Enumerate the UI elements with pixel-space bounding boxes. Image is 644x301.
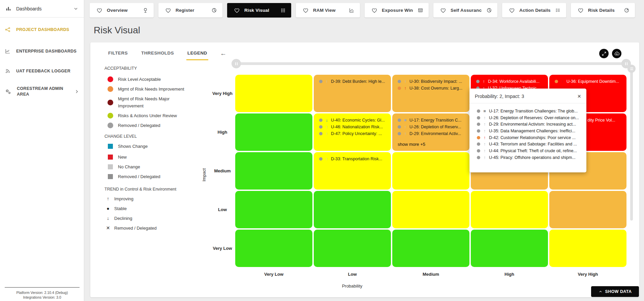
matrix-cell[interactable] — [235, 230, 312, 267]
matrix-cell[interactable]: ↓ U-40: Economic Cycles: Gl... ↑ U-46: N… — [314, 113, 391, 151]
horizontal-zoom-slider[interactable] — [236, 62, 625, 65]
matrix-cell[interactable] — [549, 230, 626, 267]
risk-item[interactable]: ↑ D-47: Policy Uncertainty: ... — [319, 130, 388, 137]
change-dot-icon — [319, 80, 323, 83]
tab-exposure-window[interactable]: Exposure Wind... — [365, 3, 429, 18]
matrix-cell[interactable]: ↑ U-30: Biodiversity Impact: ... ↑ U-38:… — [392, 75, 469, 112]
heart-icon[interactable] — [303, 7, 309, 13]
matrix-cell[interactable] — [392, 230, 469, 267]
slider-handle-top[interactable] — [627, 65, 636, 73]
change-dot-icon — [477, 116, 480, 120]
matrix-cell[interactable] — [235, 113, 312, 151]
matrix-cell[interactable] — [392, 191, 469, 228]
scatter-chart-icon — [349, 7, 355, 13]
panel-tab-thresholds[interactable]: THRESHOLDS — [140, 48, 175, 60]
risk-item[interactable]: ↑ U-38: Cost Overruns: Larg... — [398, 85, 467, 92]
risk-item[interactable]: ↓ U-40: Economic Cycles: Gl... — [319, 117, 388, 124]
risk-item-label: U-26: Depletion of Reserv... — [409, 125, 461, 129]
pie-chart-icon — [211, 7, 217, 13]
popup-risk-item[interactable]: ↑ D-29: Environmental Activism: Increasi… — [477, 121, 582, 128]
risk-item[interactable]: ↑ D-34: Workforce Availabili... — [476, 78, 545, 85]
x-axis-label: High — [471, 272, 548, 277]
close-icon[interactable]: × — [577, 93, 581, 99]
legend-label: Stable — [114, 206, 127, 211]
tab-risk-visual[interactable]: Risk Visual — [227, 3, 291, 18]
sidebar-item-corestream-admin-area[interactable]: CORESTREAM ADMIN AREA — [0, 83, 84, 100]
vertical-zoom-slider[interactable] — [630, 71, 633, 221]
matrix-cell[interactable] — [549, 191, 626, 228]
fullscreen-button[interactable] — [599, 49, 609, 58]
tab-risk-details[interactable]: Risk Details — [571, 3, 635, 18]
risk-item[interactable]: ↑ D-33: Transportation Risk... — [319, 156, 388, 162]
matrix-cell[interactable] — [235, 191, 312, 228]
gauge-icon — [624, 7, 630, 13]
legend-label: New — [118, 155, 127, 160]
chevron-down-icon[interactable] — [73, 6, 79, 11]
heart-icon[interactable] — [440, 7, 446, 13]
matrix-cell[interactable]: ↑ D-33: Transportation Risk... — [314, 152, 391, 190]
sidebar-header-dashboards[interactable]: Dashboards — [0, 0, 84, 18]
panel-tab-filters[interactable]: FILTERS — [107, 48, 129, 60]
heart-icon[interactable] — [165, 7, 171, 13]
risk-item[interactable]: ↑ U-46: Nationalization Risk... — [319, 124, 388, 130]
tab-label: Self Assurance — [451, 8, 482, 13]
tab-self-assurance[interactable]: Self Assurance — [433, 3, 497, 18]
heart-icon[interactable] — [509, 7, 515, 13]
change-dot-icon — [477, 109, 480, 113]
heart-icon[interactable] — [371, 7, 377, 13]
risk-item[interactable]: ↑ U-30: Biodiversity Impact: ... — [398, 78, 467, 85]
popup-risk-item[interactable]: ↑ U-43: Terrorism and Sabotage: Faciliti… — [477, 141, 582, 147]
version-footer: Platform Version: 2.10.4 (Debug) Integra… — [5, 287, 80, 300]
trend-icon: ↑ — [403, 86, 407, 91]
sidebar-item-label: PROJECT DASHBOARDS — [16, 27, 69, 33]
popup-header: Probability: 2, Impact: 3 × — [469, 89, 586, 103]
matrix-cell[interactable] — [235, 75, 312, 112]
heart-icon[interactable] — [96, 7, 102, 13]
tab-ram-view[interactable]: RAM View — [296, 3, 360, 18]
show-more-link[interactable]: show more +5 — [398, 142, 467, 147]
trend-icon: ↑ — [482, 79, 486, 84]
chevron-right-icon[interactable] — [74, 89, 80, 94]
legend-square — [108, 174, 113, 179]
risk-item-label: D-33: Transportation Risk... — [331, 157, 382, 161]
risk-item[interactable]: ↑ D-29: Environmental Activ... — [398, 130, 467, 137]
risk-item[interactable]: ↑ D-39: Debt Burden: High le... — [319, 78, 388, 85]
matrix-cell[interactable] — [314, 230, 391, 267]
line-chart-icon — [5, 48, 11, 54]
matrix-cell[interactable]: ■ U-17: Energy Transition C... ↑ U-26: D… — [392, 113, 469, 151]
tab-register[interactable]: Register — [158, 3, 222, 18]
popup-risk-item[interactable]: ↑ U-35: Data Management Challenges: Inef… — [477, 128, 582, 134]
risk-item[interactable]: ■ U-17: Energy Transition C... — [398, 117, 467, 124]
risk-item-label: U-17: Energy Transition C... — [409, 118, 461, 123]
matrix-cell[interactable] — [392, 152, 469, 190]
sidebar-item-project-dashboards[interactable]: PROJECT DASHBOARDS — [0, 23, 84, 36]
heart-icon[interactable] — [234, 7, 240, 13]
matrix-cell[interactable] — [471, 230, 548, 267]
legend-label: Removed / Delegated — [114, 226, 157, 231]
matrix-cell[interactable]: ↑ D-39: Debt Burden: High le... — [314, 75, 391, 112]
popup-risk-item[interactable]: ↑ U-44: Physical Theft: Theft of crude o… — [477, 147, 582, 154]
tab-overview[interactable]: Overview — [90, 3, 154, 18]
legend-dot — [108, 86, 113, 92]
panel-tabbar: FILTERS THRESHOLDS LEGEND — [107, 48, 208, 60]
popup-risk-item[interactable]: ■ U-17: Energy Transition Challenges: Th… — [477, 108, 582, 114]
sidebar-item-enterprise-dashboards[interactable]: ENTERPRISE DASHBOARDS — [0, 44, 84, 58]
matrix-cell[interactable] — [235, 152, 312, 190]
tab-action-details[interactable]: Action Details — [502, 3, 566, 18]
heart-icon[interactable] — [578, 7, 584, 13]
popup-risk-item[interactable]: ↑ D-42: Customer Relationships: Poor ser… — [477, 134, 582, 141]
popup-risk-item[interactable]: ↑ U-26: Depletion of Reserves: Over-reli… — [477, 114, 582, 121]
show-data-button[interactable]: SHOW DATA — [591, 286, 639, 297]
collapse-panel-arrow-icon[interactable]: ← — [220, 50, 226, 57]
panel-tab-legend[interactable]: LEGEND — [186, 48, 208, 60]
trend-icon: ↑ — [483, 115, 487, 120]
matrix-cell[interactable] — [314, 191, 391, 228]
sidebar-item-uat-feedback-logger[interactable]: UAT FEEDBACK LOGGER — [0, 64, 84, 78]
legend-acceptability-title: ACCEPTABILITY — [104, 66, 137, 71]
slider-handle-left[interactable] — [232, 59, 241, 68]
popup-risk-item[interactable]: ↑ U-45: Piracy: Offshore operations and … — [477, 154, 582, 161]
download-button[interactable] — [612, 49, 621, 58]
matrix-cell[interactable] — [471, 191, 548, 228]
risk-item[interactable]: ↑ U-36: Equipment Downtim... — [555, 78, 624, 85]
risk-item[interactable]: ↑ U-26: Depletion of Reserv... — [398, 124, 467, 130]
